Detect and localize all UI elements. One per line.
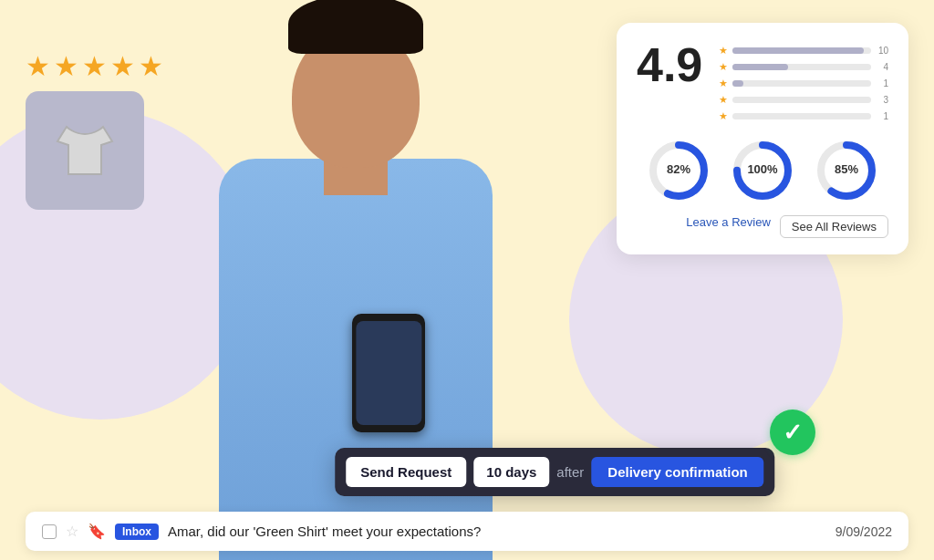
donut-item-2: 100% — [731, 139, 794, 202]
donut-row: 82% 100% 85% — [637, 139, 888, 202]
bar-fill-1 — [732, 47, 864, 54]
bar-track-3 — [732, 80, 871, 87]
rating-bar-row-5: ★ 1 — [719, 110, 888, 122]
checkmark-icon: ✓ — [783, 420, 803, 444]
rating-bars: ★ 10 ★ 4 ★ 1 ★ 3 ★ — [719, 41, 888, 122]
email-subject: Amar, did our 'Green Shirt' meet your ex… — [168, 524, 826, 539]
bar-track-2 — [732, 64, 871, 70]
bar-fill-3 — [732, 80, 743, 87]
donut-text-2: 100% — [747, 162, 778, 176]
product-card — [26, 91, 144, 210]
star-1: ★ — [26, 50, 50, 82]
days-display: 10 days — [473, 457, 549, 487]
donut-svg-1: 82% — [647, 139, 711, 202]
bar-fill-2 — [732, 64, 788, 70]
reviews-top: 4.9 ★ 10 ★ 4 ★ 1 ★ 3 — [637, 41, 888, 122]
after-label: after — [556, 464, 584, 480]
donut-item-3: 85% — [815, 139, 878, 202]
inbox-badge: Inbox — [115, 524, 159, 540]
star-4: ★ — [110, 50, 135, 82]
bar-count-1: 10 — [876, 46, 888, 56]
bar-count-4: 3 — [876, 95, 888, 105]
reviews-panel: 4.9 ★ 10 ★ 4 ★ 1 ★ 3 — [617, 23, 908, 254]
donut-item-1: 82% — [647, 139, 711, 202]
bar-star-4: ★ — [719, 94, 728, 106]
email-checkbox[interactable] — [42, 524, 57, 539]
star-2: ★ — [54, 50, 78, 82]
automation-toolbar: Send Request 10 days after Delivery conf… — [335, 448, 774, 496]
success-check-badge: ✓ — [770, 410, 815, 455]
rating-bar-row-4: ★ 3 — [719, 94, 888, 106]
bar-count-5: 1 — [876, 111, 888, 121]
reviews-actions[interactable]: Leave a Review See All Reviews — [637, 215, 888, 238]
delivery-confirmation-button[interactable]: Delivery confirmation — [591, 457, 763, 487]
bar-track-4 — [732, 97, 871, 103]
email-notification-bar[interactable]: ☆ 🔖 Inbox Amar, did our 'Green Shirt' me… — [26, 512, 908, 551]
donut-svg-3: 85% — [815, 139, 878, 202]
donut-svg-2: 100% — [731, 139, 794, 202]
bar-star-5: ★ — [719, 110, 728, 122]
bar-count-3: 1 — [876, 78, 888, 88]
star-3: ★ — [82, 50, 107, 82]
donut-text-3: 85% — [835, 162, 858, 176]
rating-bar-row-2: ★ 4 — [719, 61, 888, 73]
rating-bar-row-1: ★ 10 — [719, 45, 888, 57]
tshirt-icon — [48, 118, 121, 183]
star-rating-display: ★ ★ ★ ★ ★ — [26, 50, 163, 82]
bar-star-1: ★ — [719, 45, 728, 57]
email-date: 9/09/2022 — [835, 524, 892, 539]
bar-count-2: 4 — [876, 62, 888, 72]
see-all-reviews-button[interactable]: See All Reviews — [780, 215, 888, 238]
send-request-button[interactable]: Send Request — [346, 457, 466, 487]
bar-star-2: ★ — [719, 61, 728, 73]
overall-rating: 4.9 — [637, 41, 702, 88]
leave-review-link[interactable]: Leave a Review — [686, 215, 771, 238]
bar-star-3: ★ — [719, 78, 728, 89]
rating-bar-row-3: ★ 1 — [719, 78, 888, 89]
bar-track-5 — [732, 113, 871, 119]
donut-text-1: 82% — [667, 162, 690, 176]
star-5: ★ — [139, 50, 163, 82]
bar-track-1 — [732, 47, 871, 54]
email-star-icon[interactable]: ☆ — [66, 523, 78, 540]
email-bookmark-icon[interactable]: 🔖 — [88, 523, 106, 540]
